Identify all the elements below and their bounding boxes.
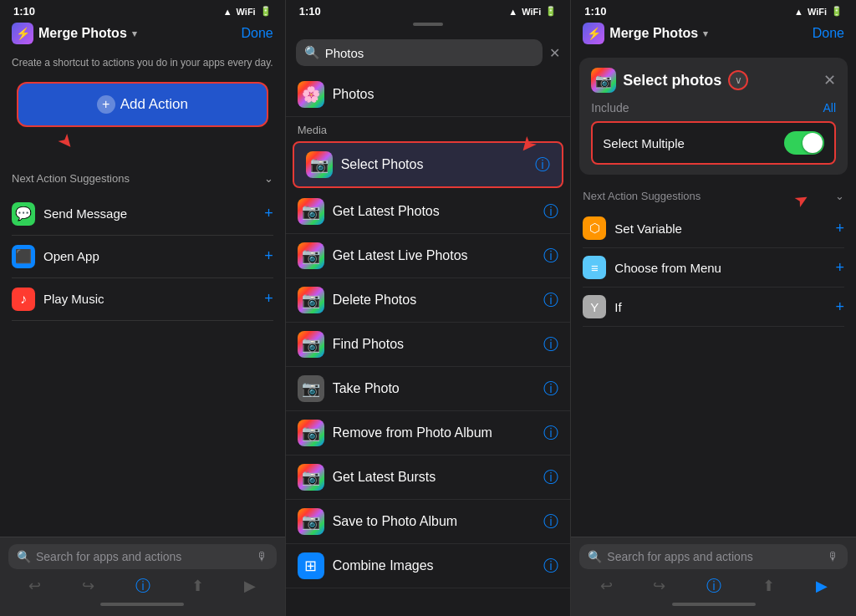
search-clear-button[interactable]: ✕ — [549, 45, 560, 61]
select-multiple-label: Select Multiple — [603, 136, 685, 150]
undo-icon[interactable]: ↩ — [28, 577, 41, 595]
photos-app-icon: 🌸 — [298, 81, 324, 108]
share-icon[interactable]: ⬆ — [191, 577, 204, 595]
status-icons-2: ▲ WiFi 🔋 — [508, 6, 557, 17]
card-close-button[interactable]: ✕ — [823, 71, 836, 89]
open-app-label: Open App — [43, 249, 99, 263]
status-icons-3: ▲ WiFi 🔋 — [794, 6, 843, 17]
choose-menu-icon: ≡ — [583, 256, 606, 279]
photos-app-item[interactable]: 🌸 Photos — [286, 73, 571, 117]
share-icon-3[interactable]: ⬆ — [762, 577, 775, 595]
search-field-2[interactable]: 🔍 Photos — [296, 39, 543, 66]
list-item-get-latest-live[interactable]: 📷 Get Latest Live Photos ⓘ — [286, 234, 571, 278]
info-delete-photos[interactable]: ⓘ — [543, 290, 558, 310]
if-icon: Y — [583, 295, 606, 318]
status-icons-1: ▲ WiFi 🔋 — [223, 6, 272, 17]
suggestion-set-variable[interactable]: ⬡ Set Variable + — [583, 209, 844, 248]
find-photos-icon: 📷 — [298, 331, 324, 358]
suggestion-if[interactable]: Y If + — [583, 288, 844, 327]
plus-icon: + — [97, 95, 115, 114]
play-icon-3[interactable]: ▶ — [816, 577, 828, 595]
info-find-photos[interactable]: ⓘ — [543, 334, 558, 354]
info-combine[interactable]: ⓘ — [543, 556, 558, 576]
home-indicator-3 — [672, 603, 756, 606]
next-suggestions-p3: Next Action Suggestions ⌄ ⬡ Set Variable… — [571, 181, 856, 332]
save-album-label: Save to Photo Album — [333, 514, 457, 529]
chevron-down-icon-3[interactable]: ▾ — [703, 28, 708, 39]
info-get-latest-live[interactable]: ⓘ — [543, 246, 558, 266]
status-bar-3: 1:10 ▲ WiFi 🔋 — [571, 0, 856, 19]
chevron-down-icon-1[interactable]: ▾ — [132, 28, 137, 39]
select-multiple-row: Select Multiple — [591, 121, 836, 165]
nav-bar-1: ⚡ Merge Photos ▾ Done — [0, 19, 285, 51]
list-item-remove-album[interactable]: 📷 Remove from Photo Album ⓘ — [286, 411, 571, 456]
suggestion-play-music[interactable]: ♪ Play Music + — [12, 278, 273, 321]
nav-title-3: Merge Photos — [609, 26, 698, 41]
select-multiple-toggle[interactable] — [784, 131, 824, 155]
list-item-take-photo[interactable]: 📷 Take Photo ⓘ — [286, 367, 571, 411]
info-select-photos[interactable]: ⓘ — [535, 155, 550, 175]
combine-icon: ⊞ — [298, 552, 324, 579]
list-item-find-photos[interactable]: 📷 Find Photos ⓘ — [286, 323, 571, 367]
info-get-bursts[interactable]: ⓘ — [543, 467, 558, 487]
mic-icon-1[interactable]: 🎙 — [257, 550, 268, 563]
add-action-button[interactable]: + Add Action — [17, 82, 268, 127]
get-bursts-label: Get Latest Bursts — [333, 470, 436, 485]
search-input-1[interactable]: 🔍 Search for apps and actions 🎙 — [8, 544, 277, 569]
status-bar-2: 1:10 ▲ WiFi 🔋 — [286, 0, 571, 19]
panel-3: 1:10 ▲ WiFi 🔋 ⚡ Merge Photos ▾ Done 📷 Se… — [571, 0, 856, 616]
suggestion-choose-menu[interactable]: ≡ Choose from Menu + — [583, 248, 844, 288]
collapse-icon[interactable]: ⌄ — [264, 172, 273, 185]
select-photos-label: Select Photos — [341, 157, 424, 172]
take-photo-label: Take Photo — [333, 381, 400, 396]
suggestion-send-message[interactable]: 💬 Send Message + — [12, 193, 273, 236]
info-save-album[interactable]: ⓘ — [543, 512, 558, 532]
info-take-photo[interactable]: ⓘ — [543, 379, 558, 399]
add-choose-menu-button[interactable]: + — [836, 259, 845, 277]
description-text: Create a shortcut to actions you do in y… — [0, 51, 285, 82]
nav-bar-3: ⚡ Merge Photos ▾ Done — [571, 19, 856, 51]
undo-icon-3[interactable]: ↩ — [600, 577, 613, 595]
toolbar-3: ↩ ↪ ⓘ ⬆ ▶ — [579, 569, 848, 599]
send-message-label: Send Message — [43, 206, 127, 221]
app-title-3: ⚡ Merge Photos ▾ — [583, 23, 708, 44]
search-bar-1: 🔍 Search for apps and actions 🎙 ↩ ↪ ⓘ ⬆ … — [0, 537, 285, 616]
list-item-get-bursts[interactable]: 📷 Get Latest Bursts ⓘ — [286, 456, 571, 500]
include-all-button[interactable]: All — [823, 101, 836, 115]
redo-icon-3[interactable]: ↪ — [653, 577, 665, 595]
list-item-get-latest[interactable]: 📷 Get Latest Photos ⓘ — [286, 190, 571, 234]
get-latest-live-icon: 📷 — [298, 242, 324, 269]
get-latest-photos-icon: 📷 — [298, 198, 324, 225]
collapse-icon-p3[interactable]: ⌄ — [835, 190, 844, 202]
suggestion-open-app[interactable]: ⬛ Open App + — [12, 236, 273, 278]
mic-icon-3[interactable]: 🎙 — [828, 550, 839, 563]
delete-photos-icon: 📷 — [298, 287, 324, 313]
add-set-variable-button[interactable]: + — [836, 220, 845, 237]
send-message-icon: 💬 — [12, 202, 35, 226]
list-item-save-album[interactable]: 📷 Save to Photo Album ⓘ — [286, 500, 571, 544]
done-button-3[interactable]: Done — [813, 26, 844, 41]
info-get-latest[interactable]: ⓘ — [543, 201, 558, 221]
redo-icon[interactable]: ↪ — [82, 577, 94, 595]
get-latest-live-label: Get Latest Live Photos — [333, 248, 468, 263]
add-send-message-button[interactable]: + — [264, 205, 273, 222]
info-icon[interactable]: ⓘ — [135, 576, 150, 596]
list-item-delete-photos[interactable]: 📷 Delete Photos ⓘ — [286, 278, 571, 323]
card-title: Select photos — [623, 72, 721, 89]
done-button-1[interactable]: Done — [241, 26, 273, 41]
search-top-2: 🔍 Photos ✕ — [286, 33, 571, 73]
list-item-combine[interactable]: ⊞ Combine Images ⓘ — [286, 544, 571, 588]
set-variable-icon: ⬡ — [583, 216, 606, 240]
app-title-1: ⚡ Merge Photos ▾ — [12, 23, 137, 44]
save-album-icon: 📷 — [298, 508, 324, 535]
combine-label: Combine Images — [333, 558, 434, 573]
card-chevron-button[interactable]: ∨ — [728, 70, 748, 90]
add-play-music-button[interactable]: + — [264, 290, 273, 308]
search-input-3[interactable]: 🔍 Search for apps and actions 🎙 — [579, 544, 848, 569]
info-remove-album[interactable]: ⓘ — [543, 423, 558, 443]
play-icon[interactable]: ▶ — [244, 577, 256, 595]
shortcuts-icon-1: ⚡ — [12, 23, 33, 44]
info-icon-3[interactable]: ⓘ — [706, 576, 721, 596]
add-if-button[interactable]: + — [836, 298, 845, 316]
add-open-app-button[interactable]: + — [264, 247, 273, 265]
